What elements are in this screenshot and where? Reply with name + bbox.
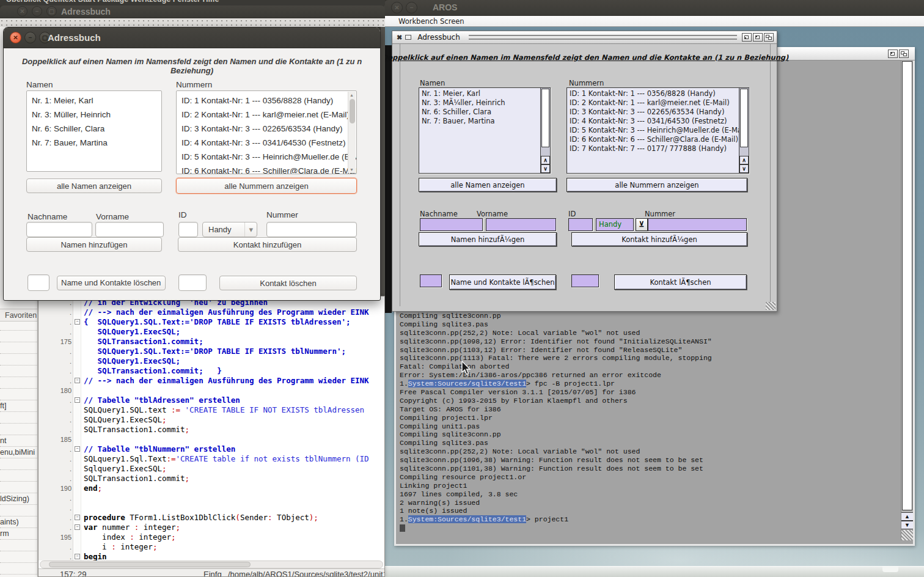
kontakt-loeschen-button[interactable]: Kontakt löschen (219, 276, 357, 290)
code-line[interactable]: .−var nummer : integer; (38, 523, 384, 532)
name-loeschen-input[interactable] (28, 274, 50, 291)
list-item[interactable]: ID: 4 Kontakt-Nr: 3 --- 0341/64530 (Fest… (567, 117, 739, 126)
minimize-icon[interactable]: – (32, 6, 42, 17)
kontakt-hinzufuegen-button[interactable]: Kontakt hinzufügen (178, 237, 357, 252)
code-line[interactable]: . i : integer; (38, 542, 384, 552)
list-item[interactable]: Nr. 6: Schiller, Clara (419, 108, 540, 117)
fold-marker-icon[interactable]: − (75, 378, 80, 383)
code-line[interactable]: .SQLquery1.Sql.Text:='CREATE table if no… (38, 454, 384, 464)
fold-marker-icon[interactable]: − (75, 515, 80, 520)
scrollbar-thumb[interactable] (350, 99, 355, 123)
nummer-input[interactable] (266, 222, 357, 237)
code-line[interactable]: 175 SQLTransaction1.commit; (38, 337, 384, 347)
code-line[interactable]: .Sqlquery1.ExecSQL; (38, 464, 384, 474)
inspector-row[interactable] (0, 505, 38, 516)
close-icon[interactable]: ✕ (17, 6, 28, 17)
code-line[interactable]: .−{ SQLQuery1.SQL.Text:='DROP TABLE IF E… (38, 317, 384, 327)
list-item[interactable]: ID: 5 Kontakt-Nr: 3 --- Heinrich@Mueller… (177, 150, 348, 164)
namen-hinzufuegen-button[interactable]: Namen hinzufÃ¼gen (419, 232, 557, 246)
list-item[interactable]: ID: 6 Kontakt-Nr: 6 --- Schiller@Clara.d… (177, 164, 348, 174)
inspector-row[interactable] (0, 319, 38, 331)
code-line[interactable]: 195 index : integer; (38, 532, 384, 542)
kontakt-hinzufuegen-button[interactable]: Kontakt hinzufÃ¼gen (571, 232, 747, 246)
inspector-row[interactable] (0, 575, 38, 577)
aros-adressbuch-window[interactable]: ✖ Adressbuch Doppelklick auf einen Namen… (392, 31, 777, 312)
inspector-row[interactable] (0, 458, 38, 470)
inspector-row[interactable] (0, 563, 38, 575)
scroll-down-icon[interactable]: ∨ (541, 164, 550, 173)
name-loeschen-field[interactable] (420, 274, 442, 287)
inspector-row[interactable] (0, 366, 38, 377)
list-item[interactable]: ID: 2 Kontakt-Nr: 1 --- karl@meier.net (… (567, 98, 739, 108)
namen-listbox[interactable]: Nr. 1: Meier, KarlNr. 3: MÃ¼ller, Heinri… (419, 87, 551, 174)
scroll-up-icon[interactable]: ▲ (901, 512, 913, 521)
kontakt-loeschen-button[interactable]: Kontakt lÃ¶schen (614, 274, 747, 290)
scroll-up-icon[interactable]: ▲ (349, 93, 354, 97)
minimize-icon[interactable]: – (24, 32, 36, 43)
id-input[interactable] (178, 222, 198, 237)
name-loeschen-button[interactable]: Name und Kontakte löschen (57, 276, 166, 290)
ubuntu-adressbuch-window[interactable]: ✕ – ▢ Adressbuch Doppelklick auf einen N… (3, 27, 381, 301)
list-item[interactable]: ID: 5 Kontakt-Nr: 3 --- Heinrich@Mueller… (567, 126, 739, 135)
close-icon[interactable]: ✕ (391, 2, 403, 13)
code-area[interactable]: .// in der Entwicklung 'neu' zu beginnen… (38, 298, 384, 562)
source-editor-window[interactable]: .// in der Entwicklung 'neu' zu beginnen… (38, 296, 385, 577)
scroll-down-icon[interactable]: ▼ (901, 521, 913, 529)
kontakttyp-cycle[interactable]: Handy (596, 218, 634, 231)
horizontal-scrollbar[interactable] (40, 560, 383, 568)
list-item[interactable]: ID: 3 Kontakt-Nr: 3 --- 02265/63534 (Han… (567, 108, 739, 117)
list-item[interactable]: ID: 6 Kontakt-Nr: 6 --- Schiller@Clara.d… (567, 135, 739, 144)
namen-hinzufuegen-button[interactable]: Namen hinzufügen (26, 237, 162, 252)
depth-gadget-icon[interactable] (899, 50, 909, 58)
inspector-row[interactable] (0, 354, 38, 366)
fold-marker-icon[interactable]: − (75, 554, 80, 559)
code-line[interactable]: .−procedure TForm1.ListBox1DblClick(Send… (38, 513, 384, 523)
code-line[interactable]: .SQLQuery1.SQL.text := 'CREATE TABLE IF … (38, 405, 384, 415)
inspector-row[interactable] (0, 551, 38, 563)
close-icon[interactable]: ✖ (397, 34, 402, 42)
nummer-field[interactable] (648, 218, 747, 231)
nummern-listbox[interactable]: ID: 1 Kontakt-Nr: 1 --- 0356/8828 (Handy… (176, 90, 357, 174)
aros-window-titlebar[interactable]: ✖ Adressbuch (392, 31, 777, 44)
kontakt-loeschen-input[interactable] (178, 274, 207, 291)
scroll-up-icon[interactable]: ∧ (541, 156, 550, 164)
code-line[interactable]: . SQLQuery1.SQL.Text:='DROP TABLE IF EXI… (38, 347, 384, 356)
scrollbar-thumb[interactable] (541, 89, 549, 147)
list-item[interactable]: Nr. 1: Meier, Karl (27, 94, 161, 108)
scroll-down-icon[interactable]: ∨ (739, 164, 749, 173)
window-titlebar[interactable]: ✕ – ▢ Adressbuch (4, 28, 380, 48)
fold-marker-icon[interactable]: − (75, 397, 80, 403)
zoom-gadget-icon[interactable] (753, 33, 763, 42)
code-line[interactable]: . SQLQuery1.ExecSQL; (38, 327, 384, 337)
scrollbar-thumb[interactable] (902, 61, 912, 510)
inspector-row[interactable] (0, 540, 38, 551)
scrollbar-thumb[interactable] (740, 89, 748, 147)
code-line[interactable]: . (38, 503, 384, 513)
depth-gadget-icon[interactable] (764, 33, 774, 42)
inspector-row[interactable] (0, 377, 38, 389)
code-line[interactable]: .−// Tabelle "tblAdressen" erstellen (38, 395, 384, 405)
name-loeschen-button[interactable]: Name und Kontakte lÃ¶schen (449, 274, 556, 290)
zoom-gadget-icon[interactable] (888, 50, 898, 58)
workbench-screen-titlebar[interactable]: Workbench Screen (384, 16, 924, 27)
inspector-row[interactable]: aints) (0, 516, 38, 528)
inspector-row[interactable]: ldSizing) (0, 493, 38, 505)
code-line[interactable]: . SQLTransaction1.commit; } (38, 366, 384, 376)
nummern-listbox[interactable]: ID: 1 Kontakt-Nr: 1 --- 0356/8828 (Handy… (566, 87, 749, 174)
clipped-menubar[interactable]: Überblick Quelltext Start Package Werkze… (0, 0, 385, 6)
titlebar-drag-area[interactable] (469, 35, 737, 40)
lock-gadget-icon[interactable] (405, 35, 411, 40)
nachname-field[interactable] (420, 218, 483, 231)
inspector-row[interactable]: enu,biMini (0, 447, 38, 458)
close-icon[interactable]: ✕ (10, 32, 21, 43)
code-line[interactable]: .SQLTransaction1.commit; (38, 474, 384, 483)
code-line[interactable]: .SQLTransaction1.commit; (38, 425, 384, 435)
alle-nummern-button[interactable]: alle Nummern anzeigen (566, 178, 747, 192)
inspector-row[interactable]: ft] (0, 400, 38, 412)
nummern-scrollbar[interactable]: ∧ ∨ (739, 88, 749, 173)
inspector-row[interactable]: rm (0, 528, 38, 540)
scrollbar-thumb[interactable] (49, 562, 251, 567)
inspector-row[interactable] (0, 342, 38, 354)
kontakt-loeschen-field[interactable] (571, 274, 599, 287)
fold-marker-icon[interactable]: − (75, 524, 80, 530)
